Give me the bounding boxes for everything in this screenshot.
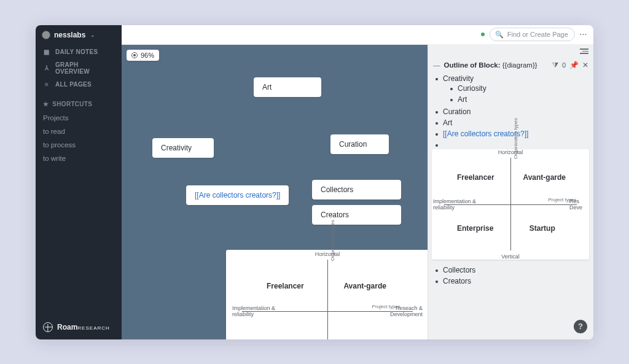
brand-footer: RoamRESEARCH <box>36 316 122 339</box>
outline-item[interactable]: Art <box>434 117 587 128</box>
outline-list: Creativity Curiosity Art Curation Art [[… <box>428 73 593 145</box>
outline-item[interactable]: Creators <box>434 276 587 287</box>
shortcut-to-read[interactable]: to read <box>36 125 122 138</box>
workspace-switcher[interactable]: nesslabs ⌄ <box>36 25 122 45</box>
calendar-icon: ▦ <box>43 48 50 55</box>
quadrant-tr: Avant-garde <box>343 282 386 290</box>
pin-icon[interactable]: 📌 <box>569 61 579 69</box>
axis-left-label: Implementation & reliability <box>433 198 487 211</box>
node-creativity[interactable]: Creativity <box>152 138 214 158</box>
panel-title-prefix: Outline of Block: <box>444 61 501 69</box>
outline-item-empty[interactable] <box>434 139 587 142</box>
outline-item-link[interactable]: [[Are collectors creators?]] <box>434 128 587 139</box>
topbar: 🔍 Find or Create Page ··· <box>122 25 593 45</box>
panel-toolbar <box>428 45 593 58</box>
search-icon: 🔍 <box>495 31 504 39</box>
node-question-link[interactable]: Are collectors creators? <box>186 185 289 205</box>
graph-icon: ⅄ <box>43 64 50 71</box>
shortcut-to-write[interactable]: to write <box>36 152 122 165</box>
node-collectors[interactable]: Collectors <box>312 180 401 199</box>
target-icon <box>131 52 138 58</box>
right-panel: — Outline of Block: {{diagram}} ⧩ 0 📌 ✕ … <box>428 45 593 339</box>
brand-name: Roam <box>57 323 77 331</box>
help-button[interactable]: ? <box>574 320 587 333</box>
main-area: 🔍 Find or Create Page ··· 96% Art Creati… <box>122 25 593 339</box>
axis-top-label: Horizontal <box>498 149 523 155</box>
shortcut-to-process[interactable]: to process <box>36 138 122 152</box>
quadrant-bl: Enterprise <box>457 224 493 233</box>
axis-v-caption: Organization types <box>513 118 518 159</box>
nav-graph-overview[interactable]: ⅄ GRAPH OVERVIEW <box>36 58 122 78</box>
search-input[interactable]: 🔍 Find or Create Page <box>490 28 575 41</box>
outline-item[interactable]: Collectors <box>434 265 587 276</box>
quadrant-chart[interactable]: Horizontal Organization types Project ty… <box>226 250 428 339</box>
outline-list-lower: Collectors Creators <box>428 265 593 290</box>
nav-label: ALL PAGES <box>55 81 92 88</box>
axis-bottom-label: Vertical <box>501 254 520 260</box>
node-creators[interactable]: Creators <box>312 205 401 225</box>
app-window: nesslabs ⌄ ▦ DAILY NOTES ⅄ GRAPH OVERVIE… <box>36 25 593 339</box>
quadrant-tl: Freelancer <box>267 282 304 290</box>
chart-y-axis <box>327 260 328 339</box>
collapse-icon[interactable]: — <box>433 61 440 69</box>
panel-menu-icon[interactable] <box>580 48 588 53</box>
node-art[interactable]: Art <box>254 77 321 97</box>
nav-daily-notes[interactable]: ▦ DAILY NOTES <box>36 45 122 58</box>
content-row: 96% Art Creativity Curation Are collecto… <box>122 45 593 339</box>
sync-status-icon <box>481 33 485 36</box>
zoom-indicator[interactable]: 96% <box>127 50 159 61</box>
chart-y-axis <box>510 158 511 250</box>
chevron-down-icon: ⌄ <box>90 32 95 38</box>
axis-right-label-cut: Res Deve <box>569 198 589 211</box>
panel-title-value: {{diagram}} <box>502 61 537 69</box>
quadrant-tr: Avant-garde <box>523 173 566 182</box>
outline-item[interactable]: Creativity Curiosity Art <box>434 73 587 106</box>
axis-top-label: Horizontal <box>315 251 340 257</box>
nav-all-pages[interactable]: ≡ ALL PAGES <box>36 78 122 91</box>
close-icon[interactable]: ✕ <box>582 61 588 69</box>
roam-logo-icon <box>43 322 53 332</box>
panel-quadrant-chart[interactable]: Horizontal Vertical Organization types P… <box>432 149 589 260</box>
diagram-canvas[interactable]: 96% Art Creativity Curation Are collecto… <box>122 45 428 339</box>
outline-item[interactable]: Art <box>449 94 587 105</box>
panel-header: — Outline of Block: {{diagram}} ⧩ 0 📌 ✕ <box>428 58 593 73</box>
node-curation[interactable]: Curation <box>330 134 389 154</box>
list-icon: ≡ <box>43 81 50 88</box>
outline-item[interactable]: Curiosity <box>449 83 587 94</box>
filter-count: 0 <box>562 61 566 69</box>
search-placeholder: Find or Create Page <box>507 31 568 38</box>
axis-right-label: Reseach & Development <box>367 305 423 317</box>
axis-left-label: Implementation & reliability <box>232 305 287 317</box>
quadrant-tl: Freelancer <box>457 173 494 182</box>
brand-sub: RESEARCH <box>77 325 109 331</box>
workspace-name: nesslabs <box>54 31 85 39</box>
shortcuts-label: SHORTCUTS <box>52 101 92 107</box>
quadrant-br: Startup <box>529 224 555 233</box>
star-icon: ★ <box>43 101 49 107</box>
zoom-value: 96% <box>141 52 154 59</box>
shortcuts-header: ★ SHORTCUTS <box>36 91 122 111</box>
outline-item[interactable]: Curation <box>434 106 587 117</box>
nav-label: DAILY NOTES <box>55 48 98 55</box>
shortcut-projects[interactable]: Projects <box>36 111 122 125</box>
axis-v-caption: Organization types <box>330 220 335 261</box>
left-sidebar: nesslabs ⌄ ▦ DAILY NOTES ⅄ GRAPH OVERVIE… <box>36 25 122 339</box>
workspace-avatar-icon <box>42 31 50 39</box>
nav-label: GRAPH OVERVIEW <box>55 61 114 75</box>
more-menu-button[interactable]: ··· <box>580 31 587 38</box>
filter-icon[interactable]: ⧩ <box>552 61 558 69</box>
